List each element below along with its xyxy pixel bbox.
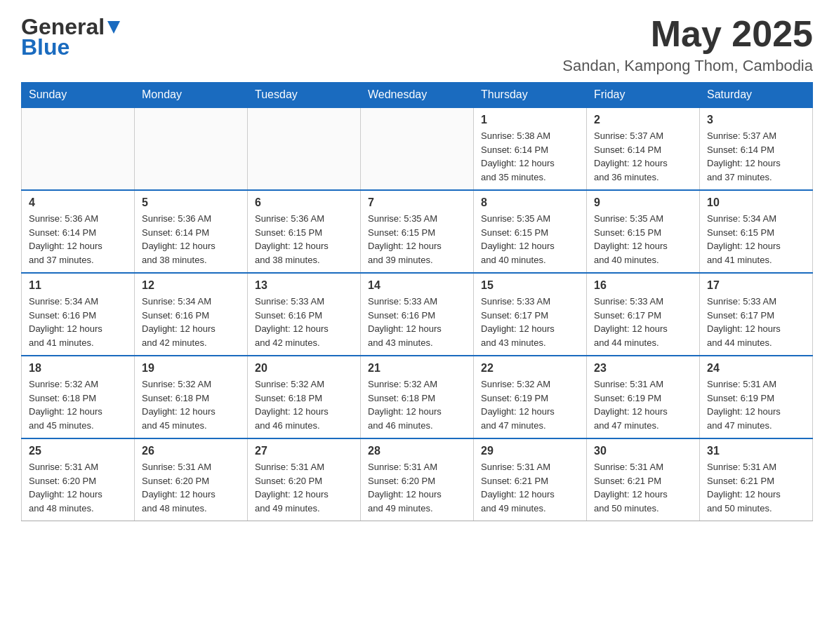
calendar-day-cell: 21Sunrise: 5:32 AM Sunset: 6:18 PM Dayli… <box>361 356 474 438</box>
calendar-day-cell: 10Sunrise: 5:34 AM Sunset: 6:15 PM Dayli… <box>700 190 813 273</box>
calendar-header-friday: Friday <box>587 83 700 108</box>
day-number: 4 <box>29 196 127 209</box>
day-number: 1 <box>481 114 579 126</box>
day-number: 31 <box>707 445 805 457</box>
day-sun-info: Sunrise: 5:31 AM Sunset: 6:21 PM Dayligh… <box>707 460 805 515</box>
calendar-header-monday: Monday <box>135 83 248 108</box>
day-sun-info: Sunrise: 5:32 AM Sunset: 6:18 PM Dayligh… <box>29 377 127 432</box>
calendar-day-cell: 14Sunrise: 5:33 AM Sunset: 6:16 PM Dayli… <box>361 273 474 356</box>
calendar-day-cell: 25Sunrise: 5:31 AM Sunset: 6:20 PM Dayli… <box>22 438 135 521</box>
calendar-day-cell: 7Sunrise: 5:35 AM Sunset: 6:15 PM Daylig… <box>361 190 474 273</box>
day-number: 28 <box>368 445 466 457</box>
day-sun-info: Sunrise: 5:35 AM Sunset: 6:15 PM Dayligh… <box>368 212 466 267</box>
day-number: 26 <box>142 445 240 457</box>
day-sun-info: Sunrise: 5:32 AM Sunset: 6:18 PM Dayligh… <box>255 377 353 432</box>
day-sun-info: Sunrise: 5:34 AM Sunset: 6:16 PM Dayligh… <box>142 295 240 349</box>
day-number: 22 <box>481 362 579 375</box>
day-number: 8 <box>481 196 579 209</box>
calendar-week-row: 1Sunrise: 5:38 AM Sunset: 6:14 PM Daylig… <box>22 107 813 190</box>
calendar-week-row: 11Sunrise: 5:34 AM Sunset: 6:16 PM Dayli… <box>22 273 813 356</box>
day-number: 19 <box>142 362 240 375</box>
day-sun-info: Sunrise: 5:36 AM Sunset: 6:14 PM Dayligh… <box>29 212 127 267</box>
day-sun-info: Sunrise: 5:35 AM Sunset: 6:15 PM Dayligh… <box>481 212 579 267</box>
calendar-week-row: 25Sunrise: 5:31 AM Sunset: 6:20 PM Dayli… <box>22 438 813 521</box>
calendar-day-cell <box>22 107 135 190</box>
calendar-header-saturday: Saturday <box>700 83 813 108</box>
calendar-table: SundayMondayTuesdayWednesdayThursdayFrid… <box>21 82 813 521</box>
calendar-day-cell: 6Sunrise: 5:36 AM Sunset: 6:15 PM Daylig… <box>248 190 361 273</box>
calendar-day-cell: 28Sunrise: 5:31 AM Sunset: 6:20 PM Dayli… <box>361 438 474 521</box>
calendar-day-cell: 30Sunrise: 5:31 AM Sunset: 6:21 PM Dayli… <box>587 438 700 521</box>
calendar-day-cell <box>361 107 474 190</box>
title-block: May 2025 Sandan, Kampong Thom, Cambodia <box>562 14 813 75</box>
calendar-day-cell: 27Sunrise: 5:31 AM Sunset: 6:20 PM Dayli… <box>248 438 361 521</box>
day-sun-info: Sunrise: 5:38 AM Sunset: 6:14 PM Dayligh… <box>481 129 579 184</box>
calendar-week-row: 4Sunrise: 5:36 AM Sunset: 6:14 PM Daylig… <box>22 190 813 273</box>
calendar-day-cell: 16Sunrise: 5:33 AM Sunset: 6:17 PM Dayli… <box>587 273 700 356</box>
calendar-day-cell: 17Sunrise: 5:33 AM Sunset: 6:17 PM Dayli… <box>700 273 813 356</box>
day-sun-info: Sunrise: 5:35 AM Sunset: 6:15 PM Dayligh… <box>594 212 692 267</box>
calendar-day-cell: 18Sunrise: 5:32 AM Sunset: 6:18 PM Dayli… <box>22 356 135 438</box>
calendar-day-cell: 4Sunrise: 5:36 AM Sunset: 6:14 PM Daylig… <box>22 190 135 273</box>
day-number: 7 <box>368 196 466 209</box>
calendar-header-tuesday: Tuesday <box>248 83 361 108</box>
calendar-day-cell: 12Sunrise: 5:34 AM Sunset: 6:16 PM Dayli… <box>135 273 248 356</box>
day-sun-info: Sunrise: 5:32 AM Sunset: 6:18 PM Dayligh… <box>142 377 240 432</box>
day-number: 16 <box>594 279 692 292</box>
calendar-day-cell: 24Sunrise: 5:31 AM Sunset: 6:19 PM Dayli… <box>700 356 813 438</box>
day-sun-info: Sunrise: 5:34 AM Sunset: 6:16 PM Dayligh… <box>29 295 127 349</box>
calendar-week-row: 18Sunrise: 5:32 AM Sunset: 6:18 PM Dayli… <box>22 356 813 438</box>
day-sun-info: Sunrise: 5:31 AM Sunset: 6:20 PM Dayligh… <box>142 460 240 515</box>
day-number: 30 <box>594 445 692 457</box>
calendar-day-cell: 1Sunrise: 5:38 AM Sunset: 6:14 PM Daylig… <box>474 107 587 190</box>
day-number: 2 <box>594 114 692 126</box>
location-subtitle: Sandan, Kampong Thom, Cambodia <box>562 57 813 75</box>
day-number: 17 <box>707 279 805 292</box>
calendar-day-cell: 9Sunrise: 5:35 AM Sunset: 6:15 PM Daylig… <box>587 190 700 273</box>
day-sun-info: Sunrise: 5:33 AM Sunset: 6:17 PM Dayligh… <box>594 295 692 349</box>
day-sun-info: Sunrise: 5:33 AM Sunset: 6:17 PM Dayligh… <box>481 295 579 349</box>
day-number: 3 <box>707 114 805 126</box>
calendar-day-cell: 19Sunrise: 5:32 AM Sunset: 6:18 PM Dayli… <box>135 356 248 438</box>
calendar-day-cell: 31Sunrise: 5:31 AM Sunset: 6:21 PM Dayli… <box>700 438 813 521</box>
day-number: 20 <box>255 362 353 375</box>
calendar-header-thursday: Thursday <box>474 83 587 108</box>
day-number: 24 <box>707 362 805 375</box>
calendar-day-cell: 20Sunrise: 5:32 AM Sunset: 6:18 PM Dayli… <box>248 356 361 438</box>
calendar-day-cell: 22Sunrise: 5:32 AM Sunset: 6:19 PM Dayli… <box>474 356 587 438</box>
day-number: 12 <box>142 279 240 292</box>
day-sun-info: Sunrise: 5:33 AM Sunset: 6:16 PM Dayligh… <box>255 295 353 349</box>
day-sun-info: Sunrise: 5:34 AM Sunset: 6:15 PM Dayligh… <box>707 212 805 267</box>
day-sun-info: Sunrise: 5:36 AM Sunset: 6:14 PM Dayligh… <box>142 212 240 267</box>
calendar-header-row: SundayMondayTuesdayWednesdayThursdayFrid… <box>22 83 813 108</box>
calendar-header-wednesday: Wednesday <box>361 83 474 108</box>
calendar-day-cell <box>248 107 361 190</box>
calendar-day-cell: 15Sunrise: 5:33 AM Sunset: 6:17 PM Dayli… <box>474 273 587 356</box>
calendar-day-cell: 26Sunrise: 5:31 AM Sunset: 6:20 PM Dayli… <box>135 438 248 521</box>
day-number: 13 <box>255 279 353 292</box>
day-number: 11 <box>29 279 127 292</box>
logo-triangle-icon <box>107 21 120 34</box>
day-sun-info: Sunrise: 5:31 AM Sunset: 6:21 PM Dayligh… <box>594 460 692 515</box>
day-sun-info: Sunrise: 5:31 AM Sunset: 6:20 PM Dayligh… <box>29 460 127 515</box>
calendar-day-cell: 13Sunrise: 5:33 AM Sunset: 6:16 PM Dayli… <box>248 273 361 356</box>
page-header: General Blue May 2025 Sandan, Kampong Th… <box>21 14 813 75</box>
calendar-day-cell <box>135 107 248 190</box>
day-sun-info: Sunrise: 5:31 AM Sunset: 6:20 PM Dayligh… <box>255 460 353 515</box>
calendar-header-sunday: Sunday <box>22 83 135 108</box>
day-number: 29 <box>481 445 579 457</box>
day-sun-info: Sunrise: 5:37 AM Sunset: 6:14 PM Dayligh… <box>707 129 805 184</box>
day-sun-info: Sunrise: 5:36 AM Sunset: 6:15 PM Dayligh… <box>255 212 353 267</box>
calendar-day-cell: 8Sunrise: 5:35 AM Sunset: 6:15 PM Daylig… <box>474 190 587 273</box>
day-number: 23 <box>594 362 692 375</box>
logo: General Blue <box>21 14 120 60</box>
day-number: 10 <box>707 196 805 209</box>
day-sun-info: Sunrise: 5:31 AM Sunset: 6:19 PM Dayligh… <box>707 377 805 432</box>
day-number: 9 <box>594 196 692 209</box>
calendar-day-cell: 11Sunrise: 5:34 AM Sunset: 6:16 PM Dayli… <box>22 273 135 356</box>
day-sun-info: Sunrise: 5:33 AM Sunset: 6:17 PM Dayligh… <box>707 295 805 349</box>
day-number: 21 <box>368 362 466 375</box>
logo-blue: Blue <box>21 34 70 60</box>
day-number: 18 <box>29 362 127 375</box>
day-number: 5 <box>142 196 240 209</box>
